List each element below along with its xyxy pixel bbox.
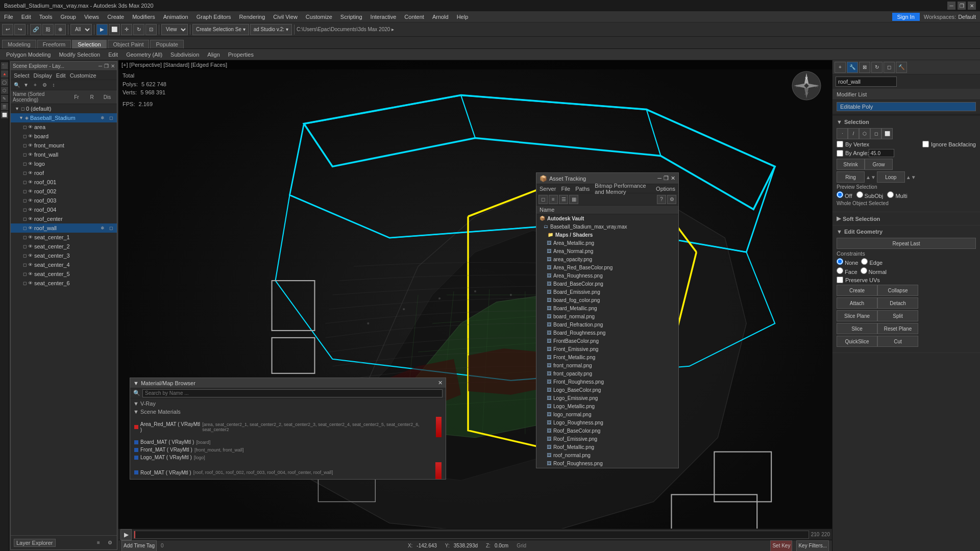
rp-collapse-btn[interactable]: Collapse <box>877 285 918 296</box>
menu-edit[interactable]: Edit <box>17 11 35 22</box>
layer-explorer-tab[interactable]: Layer Explorer <box>14 539 56 547</box>
at-btn-2[interactable]: ≡ <box>549 195 558 204</box>
rp-edge-radio[interactable] <box>861 258 868 265</box>
rp-by-angle-checkbox[interactable] <box>837 150 843 157</box>
se-menu-select[interactable]: Select <box>14 72 30 79</box>
mb-item-logo[interactable]: Logo_MAT ( VRayMtl ) [logo] <box>132 454 444 461</box>
subtab-geometry-all[interactable]: Geometry (All) <box>123 51 165 58</box>
at-close-btn[interactable]: ✕ <box>671 175 675 182</box>
restore-btn[interactable]: ❐ <box>958 2 966 10</box>
layer-expand-btn[interactable]: ≡ <box>94 539 103 547</box>
se-item-roof004[interactable]: ◻ 👁 roof_004 <box>11 205 117 214</box>
at-file-area-red[interactable]: 🖼 Area_Red_BaseColor.png <box>536 263 678 271</box>
rp-modify-btn[interactable]: 🔧 <box>847 62 858 73</box>
rp-selection-header[interactable]: ▼ Selection <box>832 118 980 126</box>
at-file-logo-roughness[interactable]: 🖼 Logo_Roughness.png <box>536 418 678 427</box>
left-icon-3[interactable]: ◯ <box>1 79 8 86</box>
at-file-front-opacity[interactable]: 🖼 front_opacity.png <box>536 369 678 378</box>
se-search-btn[interactable]: 🔍 <box>13 81 21 89</box>
menu-arnold[interactable]: Arnold <box>428 11 453 22</box>
subtab-properties[interactable]: Properties <box>225 51 257 58</box>
se-item-seat-center-5[interactable]: ◻ 👁 seat_center_5 <box>11 269 117 279</box>
rp-cut-btn[interactable]: Cut <box>877 336 918 347</box>
at-maps-folder[interactable]: 📁 Maps / Shaders <box>536 231 678 239</box>
rp-motion-btn[interactable]: ↻ <box>871 62 883 73</box>
create-selection-btn[interactable]: Create Selection Se ▾ <box>192 24 249 35</box>
subtab-modify-selection[interactable]: Modify Selection <box>56 51 103 58</box>
left-icon-6[interactable]: ☰ <box>1 103 8 110</box>
rp-border-btn[interactable]: ⬡ <box>859 128 870 139</box>
at-file-board-metallic[interactable]: 🖼 Board_Metallic.png <box>536 304 678 312</box>
subtab-align[interactable]: Align <box>204 51 223 58</box>
rp-poly-btn[interactable]: ◻ <box>870 128 881 139</box>
se-item-front-wall[interactable]: ◻ 👁 front_wall <box>11 150 117 159</box>
set-key-btn[interactable]: Set Key <box>770 540 792 552</box>
at-file-front-emissive[interactable]: 🖼 Front_Emissive.png <box>536 345 678 353</box>
at-file-board-normal[interactable]: 🖼 board_normal.png <box>536 312 678 320</box>
at-file-roof-emissive[interactable]: 🖼 Roof_Emissive.png <box>536 435 678 443</box>
viewport-panel[interactable]: [+] [Perspective] [Standard] [Edged Face… <box>118 60 832 551</box>
rp-subobj-radio[interactable] <box>856 191 863 198</box>
se-settings-btn[interactable]: ⚙ <box>40 81 48 89</box>
left-icon-4[interactable]: ⬡ <box>1 87 8 94</box>
menu-customize[interactable]: Customize <box>302 11 336 22</box>
menu-group[interactable]: Group <box>56 11 80 22</box>
se-item-board[interactable]: ◻ 👁 board <box>11 132 117 141</box>
filter-dropdown[interactable]: All <box>70 24 92 35</box>
mb-item-area-red[interactable]: Area_Red_MAT ( VRayMtl ) [area, seat_cen… <box>132 416 444 438</box>
se-item-seat-center-1[interactable]: ◻ 👁 seat_center_1 <box>11 233 117 242</box>
play-btn[interactable]: ▶ <box>120 529 132 540</box>
at-help-btn[interactable]: ? <box>657 195 666 204</box>
rp-edit-geom-header[interactable]: ▼ Edit Geometry <box>832 228 980 236</box>
se-item-seat-center-3[interactable]: ◻ 👁 seat_center_3 <box>11 251 117 260</box>
at-server-menu[interactable]: Server <box>540 186 556 192</box>
menu-interactive[interactable]: Interactive <box>366 11 401 22</box>
at-settings-btn[interactable]: ⚙ <box>667 195 676 204</box>
rp-preserve-uvs-checkbox[interactable] <box>837 277 843 283</box>
tab-populate[interactable]: Populate <box>150 40 183 48</box>
rp-split-btn[interactable]: Split <box>877 310 918 321</box>
rp-grow-btn[interactable]: Grow <box>865 159 893 170</box>
left-icon-5[interactable]: ✎ <box>1 95 8 102</box>
se-menu-customize[interactable]: Customize <box>70 72 96 79</box>
se-expand-btn[interactable]: ↕ <box>50 81 58 89</box>
rp-attach-btn[interactable]: Attach <box>837 297 877 309</box>
ad-studio-btn[interactable]: ad Studio v.2: ▾ <box>250 24 292 35</box>
modifier-editable-poly[interactable]: Editable Poly <box>837 102 976 111</box>
left-icon-1[interactable]: ⬛ <box>1 62 8 69</box>
at-file-area-normal[interactable]: 🖼 Area_Normal.png <box>536 247 678 255</box>
at-file-area-roughness[interactable]: 🖼 Area_Roughness.png <box>536 271 678 280</box>
tab-freeform[interactable]: Freeform <box>37 40 71 48</box>
at-file-front-roughness[interactable]: 🖼 Front_Roughness.png <box>536 378 678 386</box>
select-btn[interactable]: ▶ <box>96 24 108 35</box>
rp-element-btn[interactable]: ⬜ <box>881 128 893 139</box>
at-file-logo-metallic[interactable]: 🖼 Logo_Metallic.png <box>536 402 678 410</box>
rp-create-btn-2[interactable]: Create <box>837 285 877 296</box>
at-file-roof-roughness[interactable]: 🖼 Roof_Roughness.png <box>536 459 678 467</box>
tab-selection[interactable]: Selection <box>72 40 106 48</box>
select-region-btn[interactable]: ⬜ <box>109 24 120 35</box>
add-tag-btn[interactable]: Add Time Tag <box>121 540 157 552</box>
at-bitmap-menu[interactable]: Bitmap Performance and Memory <box>595 183 651 195</box>
at-file-roof-normal[interactable]: 🖼 roof_normal.png <box>536 451 678 459</box>
at-file-menu[interactable]: File <box>561 186 570 192</box>
mb-item-board[interactable]: Board_MAT ( VRayMtl ) [board] <box>132 438 444 446</box>
menu-rendering[interactable]: Rendering <box>235 11 270 22</box>
tab-object-paint[interactable]: Object Paint <box>108 40 150 48</box>
se-filter-btn[interactable]: ▼ <box>22 81 30 89</box>
se-item-front-mount[interactable]: ◻ 👁 front_mount <box>11 141 117 150</box>
se-item-logo[interactable]: ◻ 👁 logo <box>11 159 117 168</box>
at-file-board-base[interactable]: 🖼 Board_BaseColor.png <box>536 280 678 288</box>
redo-btn[interactable]: ↪ <box>14 24 26 35</box>
subtab-subdivision[interactable]: Subdivision <box>167 51 202 58</box>
subtab-polygon-modeling[interactable]: Polygon Modeling <box>3 51 54 58</box>
at-file-front-metallic[interactable]: 🖼 Front_Metallic.png <box>536 353 678 361</box>
at-restore-btn[interactable]: ❐ <box>664 175 669 182</box>
at-file-logo-normal[interactable]: 🖼 logo_normal.png <box>536 410 678 418</box>
modifier-name-input[interactable] <box>836 77 897 87</box>
rp-reset-plane-btn[interactable]: Reset Plane <box>877 323 918 334</box>
scale-btn[interactable]: ⊡ <box>145 24 157 35</box>
bind-btn[interactable]: ⊕ <box>55 24 66 35</box>
select-link-btn[interactable]: 🔗 <box>30 24 41 35</box>
rp-normal-radio[interactable] <box>861 267 867 274</box>
